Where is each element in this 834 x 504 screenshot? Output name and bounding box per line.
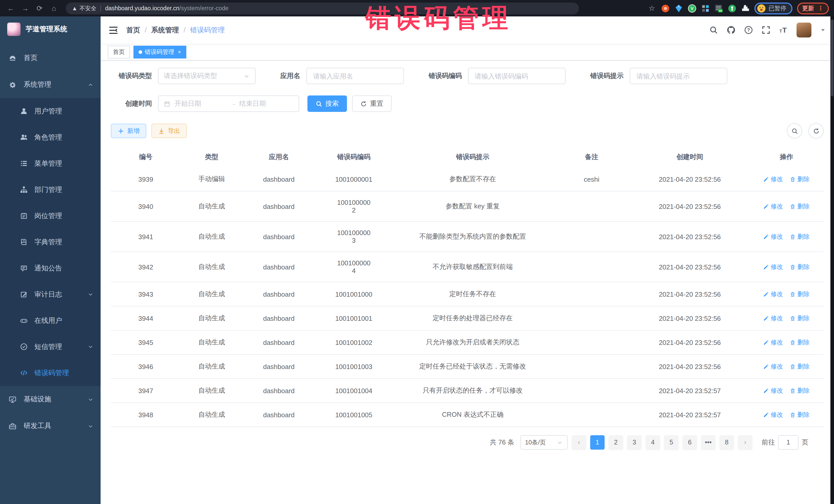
font-size-icon[interactable]: TT	[779, 26, 788, 35]
delete-link-label: 删除	[797, 314, 810, 323]
page-button-2[interactable]: 2	[609, 435, 623, 450]
delete-link[interactable]: 删除	[790, 290, 810, 299]
edit-link[interactable]: 修改	[764, 362, 783, 371]
sidebar-item-12[interactable]: 短信管理	[0, 334, 101, 360]
edit-link[interactable]: 修改	[764, 314, 783, 323]
delete-icon	[790, 234, 796, 239]
sidebar-item-5[interactable]: 菜单管理	[0, 150, 101, 177]
delete-link-label: 删除	[797, 175, 810, 183]
next-page-button[interactable]: ›	[738, 435, 752, 450]
page-size-select[interactable]: 10条/页	[521, 435, 568, 450]
show-search-toggle-button[interactable]	[787, 123, 802, 138]
github-icon[interactable]	[727, 26, 736, 35]
prev-page-button[interactable]: ‹	[572, 435, 586, 450]
bookmark-star-icon[interactable]: ☆	[648, 4, 656, 13]
cell-msg: CRON 表达式不正确	[393, 403, 553, 427]
delete-link[interactable]: 删除	[790, 410, 810, 419]
delete-link[interactable]: 删除	[790, 232, 810, 241]
goto-page-input[interactable]	[778, 435, 798, 450]
page-button-5[interactable]: 5	[664, 435, 679, 450]
sidebar-item-label: 系统管理	[24, 80, 88, 89]
user-avatar[interactable]	[796, 23, 811, 38]
sidebar-item-13[interactable]: 错误码管理	[0, 360, 101, 386]
page-button-4[interactable]: 4	[646, 435, 660, 450]
delete-link[interactable]: 删除	[790, 362, 810, 371]
refresh-table-button[interactable]	[808, 123, 824, 138]
extension-on-badge-icon[interactable]: on	[714, 4, 723, 13]
user-menu-caret-icon[interactable]	[820, 27, 826, 33]
sidebar-item-11[interactable]: 在线用户	[0, 307, 101, 334]
cell-operations: 修改删除	[749, 167, 824, 191]
sidebar-item-1[interactable]: 首页	[0, 45, 101, 71]
browser-forward-icon[interactable]: →	[20, 3, 31, 14]
hamburger-icon[interactable]	[109, 26, 118, 34]
fullscreen-icon[interactable]	[762, 26, 770, 35]
errorcode-type-select[interactable]: 请选择错误码类型	[158, 68, 256, 84]
edit-link[interactable]: 修改	[764, 232, 783, 241]
browser-home-icon[interactable]: ⌂	[48, 3, 60, 14]
edit-link[interactable]: 修改	[764, 338, 783, 347]
browser-reload-icon[interactable]: ⟳	[34, 3, 45, 14]
tag-close-icon[interactable]: ×	[178, 49, 181, 54]
search-button[interactable]: 搜索	[307, 95, 347, 112]
breadcrumb-item[interactable]: 错误码管理	[190, 25, 225, 35]
browser-back-icon[interactable]: ←	[5, 3, 17, 14]
sidebar-item-6[interactable]: 部门管理	[0, 177, 101, 203]
tag-item[interactable]: 首页	[108, 45, 130, 58]
edit-link[interactable]: 修改	[764, 290, 783, 299]
window-scrollbar[interactable]	[830, 17, 834, 504]
page-button-6[interactable]: 6	[683, 435, 697, 450]
sidebar-item-4[interactable]: 角色管理	[0, 124, 101, 150]
page-button-8[interactable]: 8	[720, 435, 734, 450]
sidebar-item-14[interactable]: 基础设施	[0, 386, 101, 413]
sidebar-item-2[interactable]: 系统管理	[0, 71, 101, 98]
sidebar-item-3[interactable]: 用户管理	[0, 98, 101, 124]
edit-link[interactable]: 修改	[764, 410, 783, 419]
extension-orange-icon[interactable]	[661, 4, 670, 13]
delete-link[interactable]: 删除	[790, 175, 810, 183]
extension-v-icon[interactable]: V	[687, 4, 696, 13]
tag-active[interactable]: 错误码管理×	[133, 45, 186, 58]
extension-gem-icon[interactable]	[674, 4, 683, 13]
extension-green-key-icon[interactable]	[727, 4, 736, 13]
page-number-buttons: 123456•••8	[590, 435, 734, 450]
breadcrumb-item[interactable]: 系统管理	[151, 25, 179, 35]
edit-link[interactable]: 修改	[764, 175, 783, 183]
not-secure-warning-icon[interactable]: ▲不安全	[72, 4, 96, 12]
breadcrumb-item[interactable]: 首页	[126, 25, 140, 35]
cell-msg: 只允许修改为开启或者关闭状态	[393, 330, 553, 354]
reset-button[interactable]: 重置	[352, 95, 392, 112]
delete-link[interactable]: 删除	[790, 202, 810, 211]
sidebar-item-15[interactable]: 研发工具	[0, 413, 101, 439]
delete-link[interactable]: 删除	[790, 386, 810, 395]
delete-link[interactable]: 删除	[790, 338, 810, 347]
help-icon[interactable]: ?	[744, 26, 753, 35]
more-pages-button[interactable]: •••	[701, 435, 716, 450]
edit-link[interactable]: 修改	[764, 263, 783, 271]
browser-update-button[interactable]: 更新 ⋮	[797, 2, 829, 14]
extension-squares-icon[interactable]	[701, 4, 709, 13]
scrollbar-thumb[interactable]	[831, 20, 833, 96]
browser-menu-icon[interactable]: ⋮	[817, 6, 824, 11]
sidebar-item-8[interactable]: 字典管理	[0, 229, 101, 255]
page-button-3[interactable]: 3	[627, 435, 641, 450]
sidebar-item-9[interactable]: 通知公告	[0, 255, 101, 281]
export-button[interactable]: 导出	[151, 124, 187, 138]
profile-paused-badge[interactable]: 已暂停	[754, 2, 792, 14]
extension-puzzle-icon[interactable]	[741, 4, 750, 13]
page-button-1[interactable]: 1	[590, 435, 605, 450]
sidebar-item-7[interactable]: 岗位管理	[0, 203, 101, 229]
delete-link[interactable]: 删除	[790, 263, 810, 271]
add-button[interactable]: 新增	[111, 124, 146, 138]
delete-link[interactable]: 删除	[790, 314, 810, 323]
edit-link[interactable]: 修改	[764, 386, 783, 395]
edit-link[interactable]: 修改	[764, 202, 783, 211]
notice-icon	[20, 264, 28, 272]
app-logo[interactable]: 芋道管理系统	[0, 17, 101, 42]
errorcode-code-input[interactable]	[474, 72, 560, 80]
search-icon[interactable]	[709, 26, 718, 35]
create-time-range-picker[interactable]: 开始日期 - 结束日期	[158, 95, 299, 112]
errorcode-hint-input[interactable]	[635, 72, 722, 80]
app-name-input[interactable]	[312, 72, 398, 80]
sidebar-item-10[interactable]: 审计日志	[0, 281, 101, 307]
